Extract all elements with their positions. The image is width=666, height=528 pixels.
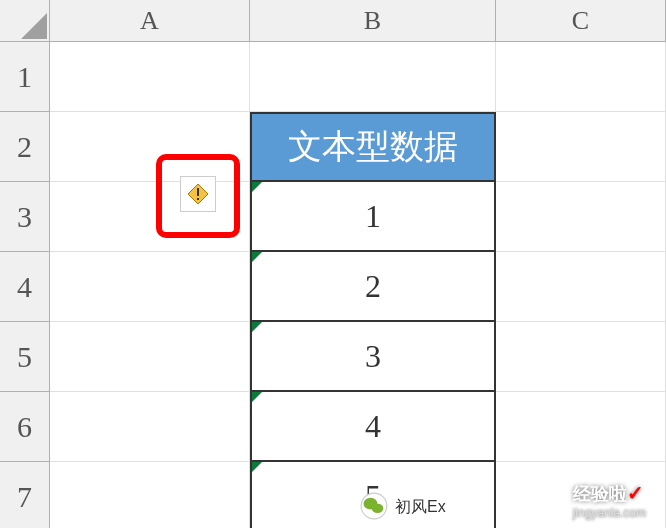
row-header-1[interactable]: 1 xyxy=(0,42,50,112)
cell-a4[interactable] xyxy=(50,252,250,322)
table-header-cell[interactable]: 文本型数据 xyxy=(250,112,496,182)
cell-b3[interactable]: 1 xyxy=(250,182,496,252)
row-header-4[interactable]: 4 xyxy=(0,252,50,322)
row-header-5[interactable]: 5 xyxy=(0,322,50,392)
select-all-corner[interactable] xyxy=(0,0,50,42)
cell-a7[interactable] xyxy=(50,462,250,528)
cell-b1[interactable] xyxy=(250,42,496,112)
svg-rect-1 xyxy=(197,188,199,196)
checkmark-icon: ✓ xyxy=(627,482,644,504)
bottom-watermark-text: 初风Ex xyxy=(395,497,446,518)
spreadsheet-grid: A B C 1 2 文本型数据 3 1 4 2 5 3 6 4 7 5 xyxy=(0,0,666,528)
row-header-7[interactable]: 7 xyxy=(0,462,50,528)
cell-b4[interactable]: 2 xyxy=(250,252,496,322)
cell-a1[interactable] xyxy=(50,42,250,112)
svg-point-5 xyxy=(372,504,384,513)
wechat-icon xyxy=(360,492,388,520)
cell-c6[interactable] xyxy=(496,392,666,462)
watermark: 经验啦✓ jingyanla.com xyxy=(573,481,646,520)
row-header-6[interactable]: 6 xyxy=(0,392,50,462)
cell-b6[interactable]: 4 xyxy=(250,392,496,462)
cell-a3[interactable] xyxy=(50,182,250,252)
cell-a2[interactable] xyxy=(50,112,250,182)
cell-c2[interactable] xyxy=(496,112,666,182)
row-header-2[interactable]: 2 xyxy=(0,112,50,182)
cell-a5[interactable] xyxy=(50,322,250,392)
cell-c4[interactable] xyxy=(496,252,666,322)
error-indicator-button[interactable] xyxy=(180,176,216,212)
svg-rect-2 xyxy=(197,198,199,200)
warning-icon xyxy=(186,182,210,206)
cell-c5[interactable] xyxy=(496,322,666,392)
cell-c3[interactable] xyxy=(496,182,666,252)
cell-a6[interactable] xyxy=(50,392,250,462)
column-header-a[interactable]: A xyxy=(50,0,250,42)
watermark-site: 经验啦✓ xyxy=(573,481,646,506)
column-header-b[interactable]: B xyxy=(250,0,496,42)
row-header-3[interactable]: 3 xyxy=(0,182,50,252)
cell-b5[interactable]: 3 xyxy=(250,322,496,392)
watermark-url: jingyanla.com xyxy=(573,506,646,520)
column-header-c[interactable]: C xyxy=(496,0,666,42)
cell-c1[interactable] xyxy=(496,42,666,112)
